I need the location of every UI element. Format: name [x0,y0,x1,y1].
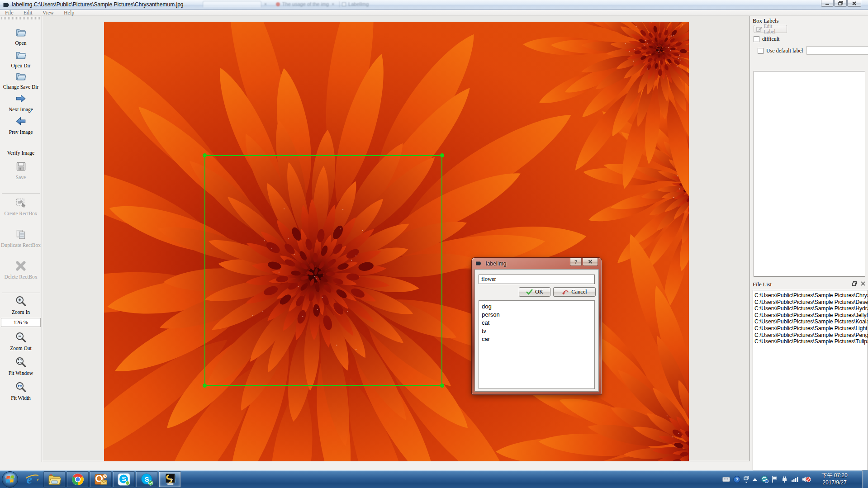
use-default-label-checkbox[interactable] [758,48,764,54]
annotation-bbox[interactable] [204,155,442,386]
network-signal-icon[interactable] [791,476,799,483]
bbox-handle[interactable] [203,153,207,157]
dialog-help-button[interactable]: ? [570,258,582,266]
file-list-item[interactable]: C:\Users\Public\Pictures\Sample Pictures… [754,325,868,332]
window-popup-icon[interactable] [744,476,749,483]
menu-view[interactable]: View [38,9,59,16]
zoom-out-button[interactable]: Zoom Out [0,332,42,351]
label-option[interactable]: cat [482,319,594,327]
taskbar-chrome[interactable] [66,471,89,488]
box-label-list[interactable] [754,71,865,277]
file-list[interactable]: C:\Users\Public\Pictures\Sample Pictures… [753,290,868,470]
file-list-item[interactable]: C:\Users\Public\Pictures\Sample Pictures… [754,332,868,339]
fit-width-button[interactable]: Fit Width [0,381,42,401]
taskbar-clock[interactable]: 下午 07:20 2017/9/27 [814,472,855,486]
taskbar: e [0,470,868,488]
file-list-item[interactable]: C:\Users\Public\Pictures\Sample Pictures… [754,318,868,325]
bbox-handle[interactable] [440,153,444,157]
duplicate-rectbox-button[interactable]: Duplicate RectBox [0,228,42,248]
label-option[interactable]: person [482,311,594,319]
bbox-handle[interactable] [203,384,207,388]
open-button[interactable]: Open [0,26,42,46]
dialog-title: labelImg [486,261,506,267]
taskbar-labelimg[interactable] [159,471,181,488]
change-save-dir-button[interactable]: Change Save Dir [0,70,42,90]
use-default-label-row[interactable]: Use default label [758,47,803,54]
verify-image-button[interactable]: Verify Image [0,138,42,156]
default-label-input[interactable] [806,46,868,55]
file-list-item[interactable]: C:\Users\Public\Pictures\Sample Pictures… [754,305,868,312]
label-option[interactable]: dog [482,303,594,311]
save-button[interactable]: Save [0,161,42,180]
keyboard-icon[interactable] [722,477,730,482]
taskbar-outlook[interactable] [90,471,112,488]
bbox-handle[interactable] [440,384,444,388]
start-button[interactable] [1,471,19,488]
close-icon [588,260,593,264]
taskbar-skype-online[interactable]: S [136,471,158,488]
menu-help[interactable]: Help [59,9,79,16]
create-rectbox-button[interactable]: Create RectBox [0,197,42,217]
background-tab-title: LabelImg [348,1,369,7]
file-list-item[interactable]: C:\Users\Public\Pictures\Sample Pictures… [754,312,868,319]
difficult-checkbox[interactable] [754,36,759,42]
taskbar-internet-explorer[interactable]: e [20,471,43,488]
taskbar-windows-explorer[interactable] [43,471,66,488]
open-dir-button[interactable]: Open Dir [0,49,42,69]
dialog-close-button[interactable] [583,258,598,266]
float-dock-icon[interactable] [852,281,857,286]
dialog-body: OK Cancel dog person cat tv car [474,269,599,392]
svg-text:S: S [122,475,126,483]
edit-label-button[interactable]: Edit Label [754,25,787,33]
label-options-list[interactable]: dog person cat tv car [479,300,595,389]
show-desktop-button[interactable] [862,470,868,488]
labelimg-logo-icon [3,2,11,8]
close-icon [852,1,857,5]
next-image-button[interactable]: Next Image [0,93,42,113]
file-list-title: File List [753,281,772,288]
fit-window-button[interactable]: Fit Window [0,356,42,376]
copy-icon [15,228,27,240]
cancel-button[interactable]: Cancel [553,287,596,297]
file-list-item[interactable]: C:\Users\Public\Pictures\Sample Pictures… [754,292,868,299]
skype-icon: S [118,473,130,486]
delete-x-icon [15,260,27,272]
close-button[interactable] [847,0,861,7]
folder-icon [15,26,27,38]
restore-button[interactable] [834,0,847,7]
label-option[interactable]: car [482,335,594,343]
chrome-icon [71,473,84,486]
undo-arrow-icon [562,289,569,295]
file-list-item[interactable]: C:\Users\Public\Pictures\Sample Pictures… [754,338,868,345]
titlebar[interactable]: labelImg C:\Users\Public\Pictures\Sample… [0,0,868,10]
prev-image-button[interactable]: Prev Image [0,115,42,135]
edit-pencil-icon [756,26,762,32]
zoom-in-button[interactable]: Zoom In [0,295,42,315]
label-dialog[interactable]: labelImg ? OK Cancel dog person cat tv c… [472,258,602,394]
zoom-value-spinbox[interactable]: 126 % [1,318,41,327]
ok-button[interactable]: OK [519,287,550,297]
help-icon[interactable]: ? [733,476,740,483]
background-tab-title: The usage of the img [282,1,329,7]
label-option[interactable]: tv [482,327,594,335]
dialog-titlebar[interactable]: labelImg [472,258,602,269]
volume-muted-icon[interactable] [802,476,811,483]
show-hidden-icons[interactable] [752,478,758,481]
action-center-flag-icon[interactable] [772,476,778,483]
taskbar-skype[interactable]: S [113,471,135,488]
floppy-icon [15,161,27,172]
menu-edit[interactable]: Edit [19,9,38,16]
arrow-right-icon [15,93,27,104]
label-text-input[interactable] [479,275,595,284]
power-plug-icon[interactable] [781,476,788,483]
file-list-item[interactable]: C:\Users\Public\Pictures\Sample Pictures… [754,299,868,306]
menu-file[interactable]: File [0,9,19,16]
activity-icon[interactable] [761,475,768,483]
delete-rectbox-button[interactable]: Delete RectBox [0,260,42,280]
close-dock-icon[interactable] [861,281,865,286]
background-browser-tabs: × The usage of the img × LabelImg [203,0,384,8]
difficult-checkbox-row[interactable]: difficult [754,36,779,43]
toolbar-drag-handle[interactable] [1,17,40,19]
image-canvas[interactable] [43,16,750,461]
minimize-button[interactable] [821,0,834,7]
